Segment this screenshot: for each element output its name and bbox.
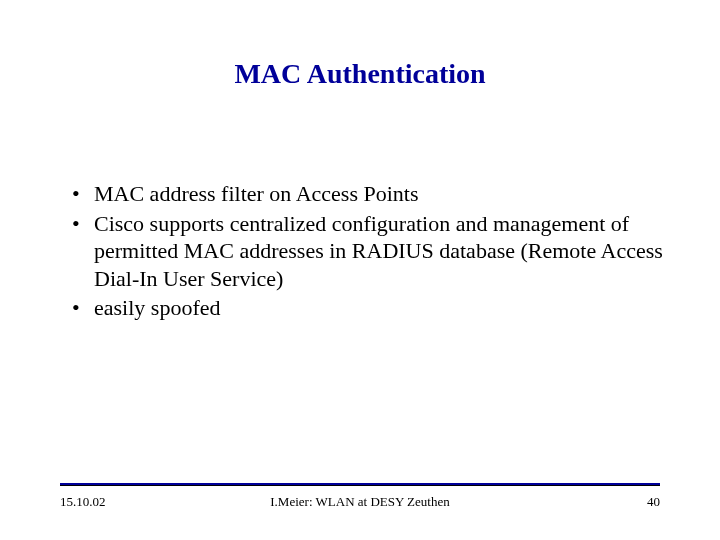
slide: MAC Authentication MAC address filter on… bbox=[0, 0, 720, 540]
footer: 15.10.02 I.Meier: WLAN at DESY Zeuthen 4… bbox=[60, 494, 660, 510]
footer-page-number: 40 bbox=[647, 494, 660, 510]
footer-divider bbox=[60, 483, 660, 486]
slide-title: MAC Authentication bbox=[0, 58, 720, 90]
bullet-item: easily spoofed bbox=[70, 294, 670, 322]
footer-author: I.Meier: WLAN at DESY Zeuthen bbox=[270, 494, 449, 510]
bullet-item: MAC address filter on Access Points bbox=[70, 180, 670, 208]
bullet-list: MAC address filter on Access Points Cisc… bbox=[70, 180, 670, 322]
content-area: MAC address filter on Access Points Cisc… bbox=[70, 180, 670, 324]
footer-date: 15.10.02 bbox=[60, 494, 106, 510]
bullet-item: Cisco supports centralized configuration… bbox=[70, 210, 670, 293]
